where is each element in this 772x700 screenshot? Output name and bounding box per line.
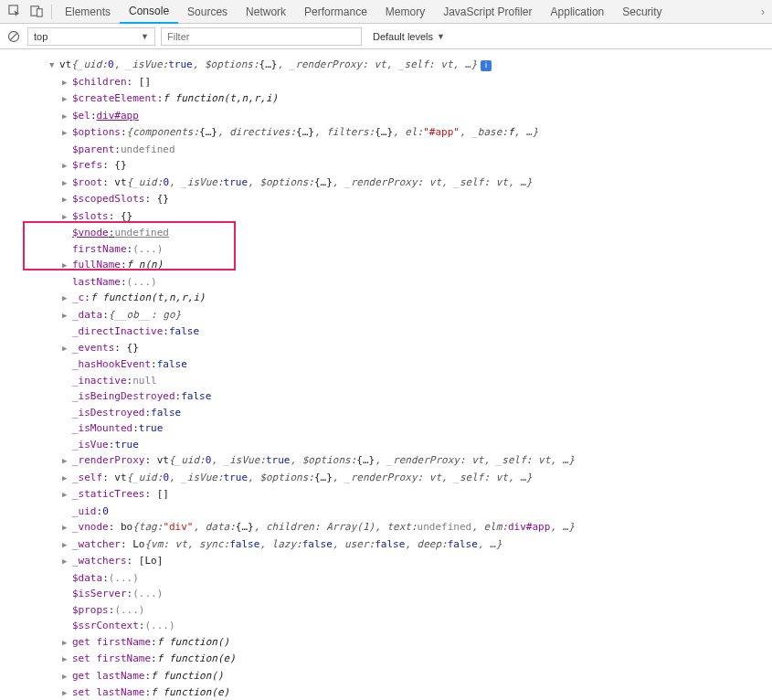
disclosure-closed-icon: ▶ [62,685,71,700]
devtools-tabbar: ElementsConsoleSourcesNetworkPerformance… [0,0,772,24]
chevron-down-icon: ▼ [141,32,149,41]
clear-console-icon[interactable] [5,28,22,45]
console-line[interactable]: ▶set lastName: f function(e) [13,684,772,700]
levels-label: Default levels [373,31,433,42]
console-line[interactable]: ▶_watcher: Lo {vm: vt, sync: false, lazy… [13,536,772,554]
tab-console[interactable]: Console [120,0,178,24]
disclosure-closed-icon: ▶ [62,554,71,570]
console-line[interactable]: ▶$slots: {} [13,208,772,226]
console-line[interactable]: ▶_c: f function(t,n,r,i) [13,290,772,307]
disclosure-closed-icon: ▶ [62,635,71,652]
disclosure-closed-icon: ▶ [62,291,71,307]
console-line[interactable]: _directInactive: false [13,323,772,340]
console-line[interactable]: ▶_renderProxy: vt {_uid: 0, _isVue: true… [13,452,772,470]
disclosure-closed-icon: ▶ [62,537,71,554]
console-line[interactable]: ▶$refs: {} [13,157,772,175]
console-line[interactable]: $data: (...) [13,570,772,587]
console-line[interactable]: ▶_self: vt {_uid: 0, _isVue: true, $opti… [13,470,772,487]
inspect-element-icon[interactable] [6,4,23,20]
filter-input[interactable] [161,27,362,46]
disclosure-closed-icon: ▶ [62,308,71,324]
disclosure-closed-icon: ▶ [62,192,71,208]
context-selector[interactable]: top ▼ [27,27,155,46]
tab-security[interactable]: Security [613,0,671,24]
console-line[interactable]: $parent: undefined [13,142,772,158]
console-line[interactable]: $vnode: undefined [13,225,772,241]
disclosure-closed-icon: ▶ [62,341,71,357]
console-line[interactable]: ▶_watchers: [Lo] [13,553,772,570]
log-levels-selector[interactable]: Default levels ▼ [367,31,450,42]
disclosure-closed-icon: ▶ [62,258,71,274]
more-tabs-icon[interactable]: › [757,5,768,18]
context-label: top [34,31,48,42]
disclosure-closed-icon: ▶ [62,471,71,487]
console-line[interactable]: ▶_events: {} [13,340,772,357]
tab-memory[interactable]: Memory [376,0,434,24]
console-line[interactable]: _isVue: true [13,437,772,453]
disclosure-closed-icon: ▶ [62,453,71,470]
console-toolbar: top ▼ Default levels ▼ [0,24,772,49]
console-line[interactable]: _inactive: null [13,373,772,389]
tab-javascript-profiler[interactable]: JavaScript Profiler [434,0,541,24]
disclosure-closed-icon: ▶ [62,487,71,504]
console-line[interactable]: ▶$options: {components: {…}, directives:… [13,124,772,142]
console-line[interactable]: ▶$root: vt {_uid: 0, _isVue: true, $opti… [13,175,772,192]
console-line[interactable]: ▶fullName: f n(n) [13,257,772,274]
console-line[interactable]: _hasHookEvent: false [13,356,772,373]
disclosure-closed-icon: ▶ [62,520,71,536]
tab-performance[interactable]: Performance [295,0,376,24]
disclosure-closed-icon: ▶ [62,209,71,226]
console-line[interactable]: $isServer: (...) [13,586,772,602]
console-line[interactable]: $ssrContext: (...) [13,618,772,634]
console-line[interactable]: ▶_staticTrees: [] [13,486,772,504]
console-line[interactable]: _uid: 0 [13,504,772,520]
console-line[interactable]: ▼vt {_uid: 0, _isVue: true, $options: {…… [13,57,772,74]
console-line[interactable]: lastName: (...) [13,274,772,291]
console-line[interactable]: ▶$scopedSlots: {} [13,191,772,208]
console-line[interactable]: $props: (...) [13,602,772,619]
disclosure-closed-icon: ▶ [62,175,71,192]
tab-application[interactable]: Application [542,0,614,24]
console-line[interactable]: ▶_vnode: bo {tag: "div", data: {…}, chil… [13,519,772,536]
console-line[interactable]: firstName: (...) [13,241,772,258]
disclosure-open-icon: ▼ [49,58,58,74]
console-line[interactable]: ▶_data: {__ob__: go} [13,307,772,324]
chevron-down-icon: ▼ [437,32,445,41]
disclosure-closed-icon: ▶ [62,669,71,685]
console-line[interactable]: _isDestroyed: false [13,405,772,421]
disclosure-closed-icon: ▶ [62,125,71,142]
info-badge-icon[interactable]: i [481,60,492,71]
tab-sources[interactable]: Sources [178,0,237,24]
svg-line-4 [10,33,17,40]
disclosure-closed-icon: ▶ [62,75,71,91]
tab-elements[interactable]: Elements [56,0,120,24]
divider [51,5,52,19]
disclosure-closed-icon: ▶ [62,91,71,108]
console-line[interactable]: ▶$el: div#app [13,108,772,125]
disclosure-closed-icon: ▶ [62,652,71,668]
console-line[interactable]: _isBeingDestroyed: false [13,388,772,405]
console-line[interactable]: ▶get firstName: f function() [13,634,772,652]
console-line[interactable]: _isMounted: true [13,420,772,437]
console-line[interactable]: ▶$createElement: f function(t,n,r,i) [13,90,772,108]
device-toolbar-icon[interactable] [28,4,45,20]
tabs: ElementsConsoleSourcesNetworkPerformance… [56,0,757,24]
svg-rect-2 [37,9,42,16]
console-line[interactable]: ▶$children: [] [13,74,772,91]
tab-network[interactable]: Network [237,0,295,24]
console-line[interactable]: ▶set firstName: f function(e) [13,651,772,668]
console-line[interactable]: ▶get lastName: f function() [13,668,772,685]
disclosure-closed-icon: ▶ [62,158,71,175]
console-output: ▼vt {_uid: 0, _isVue: true, $options: {…… [0,49,772,700]
disclosure-closed-icon: ▶ [62,109,71,125]
